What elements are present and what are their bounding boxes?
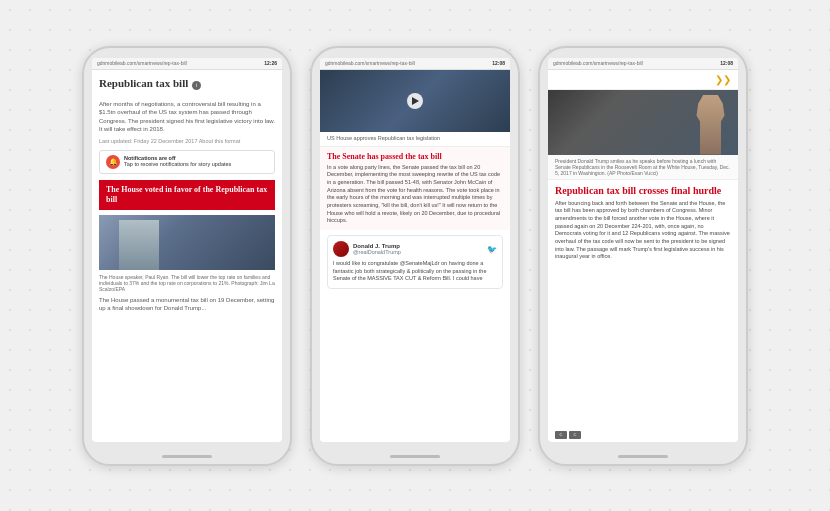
notif-text: Notifications are off Tap to receive not… — [124, 155, 231, 167]
phone2-url: gdnmobileab.com/smartnews/rep-tax-bill — [325, 60, 492, 66]
twitter-icon: 🐦 — [487, 245, 497, 254]
video-caption: US House approves Republican tax legisla… — [320, 132, 510, 147]
senate-body: In a vote along party lines, the Senate … — [327, 164, 503, 226]
image-caption: The House speaker, Paul Ryan. The bill w… — [99, 274, 275, 292]
phone3-wrapper: gdnmobileab.com/smartnews/rep-tax-bill 1… — [538, 46, 748, 466]
tweet-user: Donald J. Trump @realDonaldTrump — [353, 243, 401, 255]
home-bar — [162, 455, 212, 458]
trump-silhouette — [693, 95, 728, 155]
phone3-home — [540, 450, 746, 464]
hurdle-body: After bouncing back and forth between th… — [548, 200, 738, 428]
phone1-screen: gdnmobileab.com/smartnews/rep-tax-bill 1… — [92, 58, 282, 442]
phone1-title: Republican tax bill — [99, 76, 188, 90]
cc-item-2: C — [569, 431, 581, 439]
bookmark-icon[interactable]: ❯❯ — [715, 74, 731, 85]
phone3: gdnmobileab.com/smartnews/rep-tax-bill 1… — [538, 46, 748, 466]
phone2-time: 12:08 — [492, 60, 505, 66]
tweet-text: I would like to congratulate @SenateMajL… — [333, 260, 497, 283]
notif-body: Tap to receive notifications for story u… — [124, 161, 231, 167]
phone1: gdnmobileab.com/smartnews/rep-tax-bill 1… — [82, 46, 292, 466]
phone2-status-bar: gdnmobileab.com/smartnews/rep-tax-bill 1… — [320, 58, 510, 70]
tweet-handle: @realDonaldTrump — [353, 249, 401, 255]
article-image — [99, 215, 275, 270]
phone1-body: After months of negotiations, a controve… — [99, 100, 275, 134]
article-bottom-text: The House passed a monumental tax bill o… — [99, 296, 275, 313]
phone3-screen: gdnmobileab.com/smartnews/rep-tax-bill 1… — [548, 58, 738, 442]
phone2-content: US House approves Republican tax legisla… — [320, 70, 510, 442]
phone3-status-bar: gdnmobileab.com/smartnews/rep-tax-bill 1… — [548, 58, 738, 70]
phone3-content: ❯❯ President Donald Trump smiles as he s… — [548, 70, 738, 442]
home-bar-2 — [390, 455, 440, 458]
video-thumbnail[interactable] — [320, 70, 510, 132]
phone1-status-bar: gdnmobileab.com/smartnews/rep-tax-bill 1… — [92, 58, 282, 70]
phone2: gdnmobileab.com/smartnews/rep-tax-bill 1… — [310, 46, 520, 466]
phone2-wrapper: gdnmobileab.com/smartnews/rep-tax-bill 1… — [310, 46, 520, 466]
tweet-header: Donald J. Trump @realDonaldTrump 🐦 — [333, 241, 497, 257]
phone3-url: gdnmobileab.com/smartnews/rep-tax-bill — [553, 60, 720, 66]
phone2-home — [312, 450, 518, 464]
notification-icon: 🔔 — [106, 155, 120, 169]
phone3-time: 12:08 — [720, 60, 733, 66]
play-triangle — [412, 97, 419, 105]
home-bar-3 — [618, 455, 668, 458]
senate-section: The Senate has passed the tax bill In a … — [320, 147, 510, 231]
info-icon[interactable]: i — [192, 81, 201, 90]
cc-item-1: C — [555, 431, 567, 439]
phone1-content: Republican tax bill i After months of ne… — [92, 70, 282, 442]
phone1-home — [84, 450, 290, 464]
senate-title: The Senate has passed the tax bill — [327, 152, 503, 161]
phone1-url: gdnmobileab.com/smartnews/rep-tax-bill — [97, 60, 264, 66]
tweet-avatar — [333, 241, 349, 257]
image-figure — [119, 220, 159, 270]
phones-container: gdnmobileab.com/smartnews/rep-tax-bill 1… — [62, 26, 768, 486]
hurdle-image-caption: President Donald Trump smiles as he spea… — [548, 155, 738, 180]
phone3-header: ❯❯ — [548, 70, 738, 90]
tweet-card[interactable]: Donald J. Trump @realDonaldTrump 🐦 I wou… — [327, 235, 503, 289]
hurdle-title: Republican tax bill crosses final hurdle — [548, 180, 738, 200]
phone1-wrapper: gdnmobileab.com/smartnews/rep-tax-bill 1… — [82, 46, 292, 466]
play-button[interactable] — [407, 93, 423, 109]
phone1-meta: Last updated: Friday 22 December 2017 Ab… — [99, 138, 275, 144]
section-banner: The House voted in favor of the Republic… — [99, 180, 275, 209]
phone2-screen: gdnmobileab.com/smartnews/rep-tax-bill 1… — [320, 58, 510, 442]
hurdle-image — [548, 90, 738, 155]
phone1-time: 12:26 — [264, 60, 277, 66]
cc-badge: C C — [548, 428, 738, 442]
notification-bar[interactable]: 🔔 Notifications are off Tap to receive n… — [99, 150, 275, 174]
